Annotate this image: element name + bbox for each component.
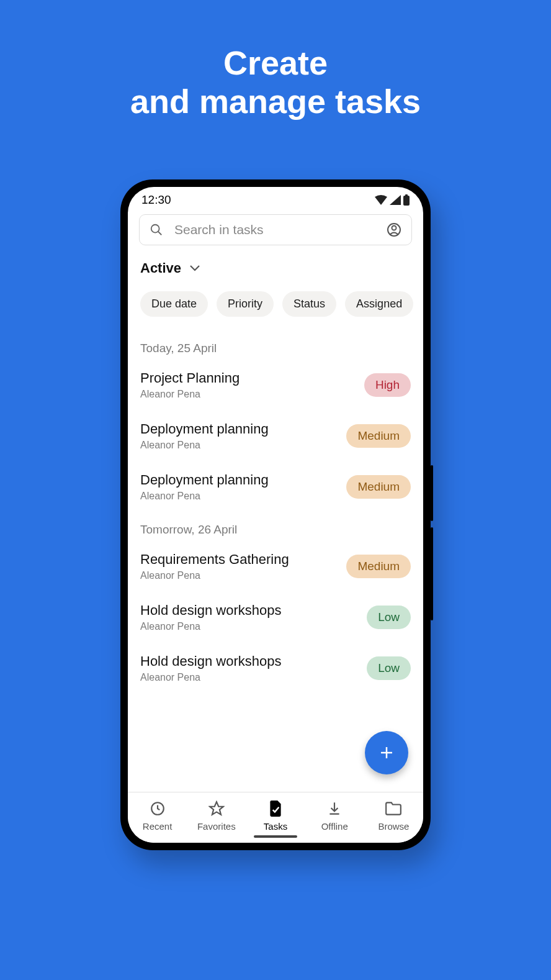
- signal-icon: [390, 195, 401, 205]
- task-assignee: Aleanor Pena: [140, 440, 269, 451]
- phone-frame: 12:30 Active Due datePriorityStatusAssig…: [120, 179, 431, 850]
- chevron-down-icon: [190, 265, 200, 271]
- clock-icon: [149, 800, 166, 817]
- battery-icon: [403, 194, 410, 206]
- plus-icon: [379, 745, 394, 760]
- task-assignee: Aleanor Pena: [140, 672, 281, 683]
- promo-line2: and manage tasks: [130, 82, 421, 120]
- nav-offline[interactable]: Offline: [305, 800, 364, 832]
- nav-label: Recent: [143, 821, 172, 832]
- task-list[interactable]: Today, 25 AprilProject PlanningAleanor P…: [128, 332, 423, 792]
- svg-point-5: [392, 226, 396, 230]
- task-row[interactable]: Deployment planningAleanor PenaMedium: [128, 462, 423, 513]
- task-row[interactable]: Hold design workshopsAleanor PenaLow: [128, 643, 423, 694]
- svg-line-3: [158, 232, 162, 235]
- task-row[interactable]: Project PlanningAleanor PenaHigh: [128, 360, 423, 411]
- status-icons: [375, 194, 410, 206]
- status-time: 12:30: [141, 193, 171, 207]
- screen: 12:30 Active Due datePriorityStatusAssig…: [128, 187, 423, 843]
- search-container: [128, 211, 423, 245]
- wifi-icon: [375, 195, 387, 205]
- task-row[interactable]: Deployment planningAleanor PenaMedium: [128, 411, 423, 462]
- promo-heading: Create and manage tasks: [130, 43, 421, 120]
- account-icon[interactable]: [387, 222, 401, 237]
- nav-label: Browse: [378, 821, 409, 832]
- svg-rect-1: [405, 194, 408, 196]
- section-header: Tomorrow, 26 April: [128, 513, 423, 542]
- filter-chips: Due datePriorityStatusAssigned: [128, 276, 423, 332]
- task-title: Hold design workshops: [140, 602, 281, 619]
- promo-line1: Create: [130, 43, 421, 82]
- filter-label: Active: [140, 260, 181, 276]
- task-title: Deployment planning: [140, 472, 269, 488]
- task-row[interactable]: Requirements GatheringAleanor PenaMedium: [128, 542, 423, 592]
- tasks-icon: [267, 800, 284, 817]
- priority-badge: Low: [367, 606, 411, 629]
- star-icon: [208, 800, 225, 817]
- nav-label: Favorites: [197, 821, 236, 832]
- task-title: Hold design workshops: [140, 653, 281, 669]
- svg-point-2: [151, 225, 159, 233]
- search-bar[interactable]: [139, 214, 412, 245]
- priority-badge: High: [364, 373, 411, 397]
- task-row[interactable]: Hold design workshopsAleanor PenaLow: [128, 592, 423, 643]
- section-header: Today, 25 April: [128, 332, 423, 360]
- task-assignee: Aleanor Pena: [140, 621, 281, 632]
- nav-recent[interactable]: Recent: [128, 800, 187, 832]
- nav-favorites[interactable]: Favorites: [187, 800, 246, 832]
- nav-label: Tasks: [264, 821, 287, 832]
- priority-badge: Medium: [346, 424, 411, 448]
- nav-tasks[interactable]: Tasks: [246, 800, 305, 832]
- search-input[interactable]: [174, 222, 375, 237]
- filter-chip-priority[interactable]: Priority: [217, 291, 274, 317]
- task-title: Project Planning: [140, 370, 240, 386]
- bottom-nav: RecentFavoritesTasksOfflineBrowse: [128, 792, 423, 843]
- filter-dropdown[interactable]: Active: [128, 245, 423, 276]
- filter-chip-due-date[interactable]: Due date: [140, 291, 208, 317]
- task-assignee: Aleanor Pena: [140, 570, 289, 581]
- priority-badge: Medium: [346, 475, 411, 499]
- folder-icon: [385, 800, 402, 817]
- status-bar: 12:30: [128, 187, 423, 211]
- task-title: Deployment planning: [140, 421, 269, 437]
- task-assignee: Aleanor Pena: [140, 491, 269, 502]
- task-title: Requirements Gathering: [140, 551, 289, 568]
- svg-rect-0: [403, 196, 410, 206]
- filter-chip-status[interactable]: Status: [282, 291, 336, 317]
- priority-badge: Low: [367, 656, 411, 680]
- download-icon: [326, 800, 343, 817]
- priority-badge: Medium: [346, 555, 411, 578]
- nav-browse[interactable]: Browse: [364, 800, 423, 832]
- nav-label: Offline: [321, 821, 348, 832]
- filter-chip-assigned[interactable]: Assigned: [345, 291, 413, 317]
- task-assignee: Aleanor Pena: [140, 389, 240, 400]
- add-task-button[interactable]: [365, 731, 408, 774]
- search-icon: [150, 223, 163, 237]
